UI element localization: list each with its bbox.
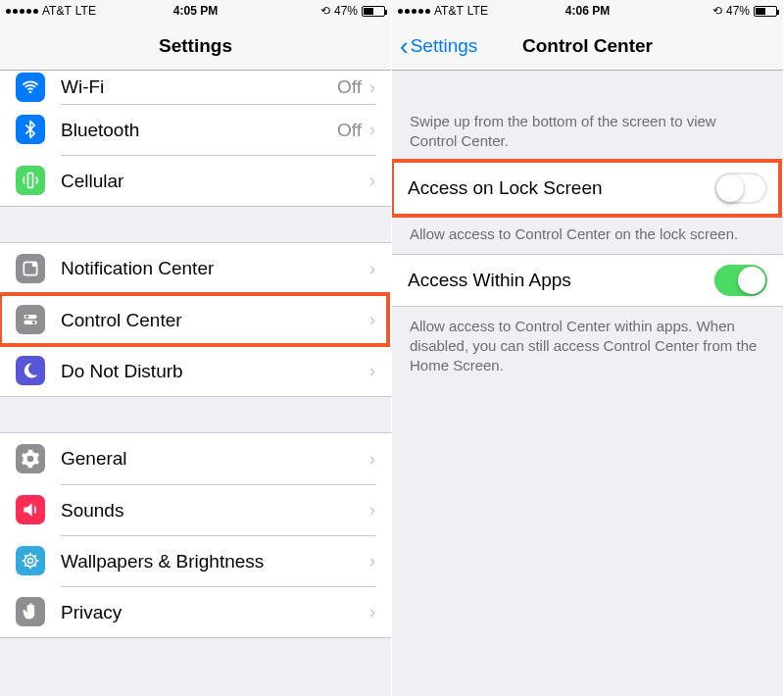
chevron-right-icon: › xyxy=(369,449,375,470)
svg-point-3 xyxy=(32,262,37,267)
back-button[interactable]: ‹ Settings xyxy=(392,33,477,59)
row-label: Notification Center xyxy=(61,258,369,279)
hand-icon xyxy=(16,597,45,626)
row-value: Off xyxy=(337,76,362,98)
row-general[interactable]: General › xyxy=(0,433,391,484)
clock-label: 4:05 PM xyxy=(173,4,218,18)
back-label: Settings xyxy=(411,35,478,57)
lock-footer-text: Allow access to Control Center on the lo… xyxy=(392,215,783,254)
toggle-access-within-apps[interactable] xyxy=(714,265,767,296)
row-notification-center[interactable]: Notification Center › xyxy=(0,243,391,294)
row-label: Privacy xyxy=(61,602,369,623)
row-label: Bluetooth xyxy=(61,120,337,141)
speaker-icon xyxy=(16,495,45,524)
row-do-not-disturb[interactable]: Do Not Disturb › xyxy=(0,345,391,396)
network-label: LTE xyxy=(467,4,488,18)
chevron-right-icon: › xyxy=(369,259,375,279)
settings-screen: AT&T LTE 4:05 PM ⟲ 47% Settings Wi-Fi xyxy=(0,0,392,696)
network-label: LTE xyxy=(75,4,96,18)
wallpaper-icon xyxy=(16,546,45,575)
carrier-label: AT&T xyxy=(42,4,72,18)
wifi-icon xyxy=(16,73,45,102)
row-wifi[interactable]: Wi-Fi Off › xyxy=(0,71,391,104)
nav-bar: ‹ Settings Control Center xyxy=(392,22,783,71)
svg-point-6 xyxy=(25,315,28,318)
intro-text: Swipe up from the bottom of the screen t… xyxy=(392,71,783,162)
rotation-lock-icon: ⟲ xyxy=(712,4,722,18)
chevron-right-icon: › xyxy=(369,500,375,521)
chevron-right-icon: › xyxy=(369,171,375,191)
row-label: Sounds xyxy=(61,500,369,522)
row-label: Do Not Disturb xyxy=(61,361,369,382)
chevron-right-icon: › xyxy=(369,310,375,330)
row-label: Wi-Fi xyxy=(61,76,337,98)
clock-label: 4:06 PM xyxy=(565,4,610,18)
gear-icon xyxy=(16,444,45,473)
row-access-within-apps[interactable]: Access Within Apps xyxy=(392,255,783,306)
row-sounds[interactable]: Sounds › xyxy=(0,484,391,535)
moon-icon xyxy=(16,356,45,385)
battery-icon xyxy=(362,6,385,17)
row-access-lock-screen[interactable]: Access on Lock Screen xyxy=(392,163,783,214)
chevron-right-icon: › xyxy=(369,120,375,140)
cellular-icon xyxy=(16,166,45,195)
settings-list: Wi-Fi Off › Bluetooth Off › xyxy=(0,71,391,696)
control-center-list: Swipe up from the bottom of the screen t… xyxy=(392,71,783,696)
notification-center-icon xyxy=(16,254,45,283)
battery-icon xyxy=(754,6,777,17)
bluetooth-icon xyxy=(16,115,45,144)
control-center-screen: AT&T LTE 4:06 PM ⟲ 47% ‹ Settings Contro… xyxy=(392,0,784,696)
chevron-left-icon: ‹ xyxy=(400,33,409,59)
page-title: Settings xyxy=(0,35,391,57)
status-bar: AT&T LTE 4:05 PM ⟲ 47% xyxy=(0,0,391,22)
row-label: Control Center xyxy=(61,310,369,331)
row-control-center[interactable]: Control Center › xyxy=(0,294,391,345)
carrier-label: AT&T xyxy=(434,4,464,18)
row-wallpapers-brightness[interactable]: Wallpapers & Brightness › xyxy=(0,535,391,586)
chevron-right-icon: › xyxy=(369,361,375,381)
row-privacy[interactable]: Privacy › xyxy=(0,586,391,637)
chevron-right-icon: › xyxy=(369,602,375,622)
svg-rect-1 xyxy=(28,174,33,188)
svg-point-8 xyxy=(28,559,33,564)
row-label: Access Within Apps xyxy=(408,270,714,291)
status-bar: AT&T LTE 4:06 PM ⟲ 47% xyxy=(392,0,783,22)
row-bluetooth[interactable]: Bluetooth Off › xyxy=(0,104,391,155)
svg-point-0 xyxy=(29,91,32,94)
rotation-lock-icon: ⟲ xyxy=(320,4,330,18)
row-cellular[interactable]: Cellular › xyxy=(0,155,391,206)
row-label: Cellular xyxy=(61,171,369,192)
svg-point-7 xyxy=(32,321,35,323)
control-center-icon xyxy=(16,305,45,334)
svg-point-9 xyxy=(24,555,36,567)
signal-dots-icon xyxy=(398,9,430,14)
nav-bar: Settings xyxy=(0,22,391,71)
signal-dots-icon xyxy=(6,9,38,14)
row-label: General xyxy=(61,448,369,470)
row-value: Off xyxy=(337,120,362,141)
row-label: Wallpapers & Brightness xyxy=(61,551,369,572)
row-label: Access on Lock Screen xyxy=(408,177,714,199)
battery-pct-label: 47% xyxy=(334,4,358,18)
chevron-right-icon: › xyxy=(369,77,375,98)
toggle-access-lock-screen[interactable] xyxy=(714,173,767,204)
apps-footer-text: Allow access to Control Center within ap… xyxy=(392,307,783,386)
battery-pct-label: 47% xyxy=(726,4,750,18)
chevron-right-icon: › xyxy=(369,551,375,572)
